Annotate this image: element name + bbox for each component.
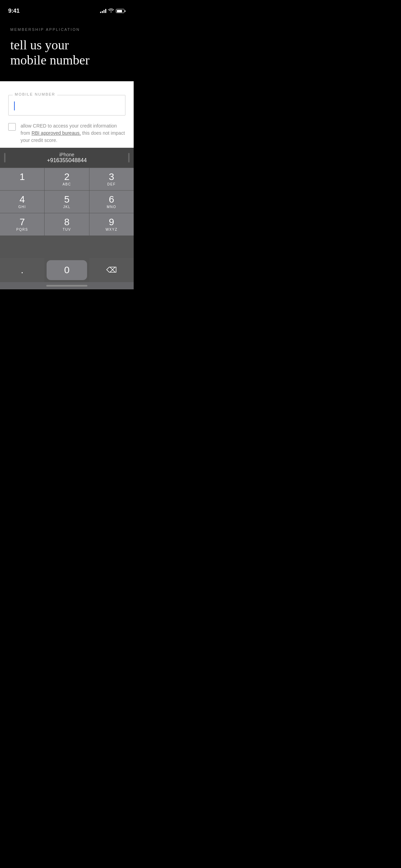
header-section: MEMBERSHIP APPLICATION tell us your mobi… (0, 17, 134, 81)
key-3[interactable]: 3 DEF (89, 168, 134, 190)
battery-icon (116, 9, 125, 13)
mobile-number-field[interactable]: MOBILE NUMBER (8, 95, 125, 116)
delete-icon: ⌫ (106, 266, 117, 275)
autofill-right-handle (128, 153, 130, 162)
key-zero[interactable]: 0 (47, 260, 87, 280)
home-bar (46, 285, 87, 287)
autofill-bar[interactable]: iPhone +916355048844 (0, 148, 134, 168)
key-delete[interactable]: ⌫ (89, 258, 134, 282)
key-2[interactable]: 2 ABC (45, 168, 89, 190)
wifi-icon (108, 8, 114, 14)
keyboard-grid: 1 2 ABC 3 DEF 4 GHI 5 JKL 6 MNO 7 PQRS 8 (0, 168, 134, 258)
key-8[interactable]: 8 TUV (45, 213, 89, 236)
autofill-number: +916355048844 (47, 157, 87, 164)
key-6[interactable]: 6 MNO (89, 191, 134, 213)
keyboard: iPhone +916355048844 1 2 ABC 3 DEF 4 GHI… (0, 148, 134, 289)
key-1[interactable]: 1 (0, 168, 44, 190)
status-bar: 9:41 (0, 0, 134, 17)
dot-symbol: . (21, 265, 24, 275)
rbi-link[interactable]: RBI approved bureaus. (32, 130, 81, 136)
status-time: 9:41 (8, 8, 20, 14)
status-icons (100, 8, 125, 14)
key-7[interactable]: 7 PQRS (0, 213, 44, 236)
key-9[interactable]: 9 WXYZ (89, 213, 134, 236)
signal-icon (100, 9, 106, 13)
section-label: MEMBERSHIP APPLICATION (10, 27, 123, 32)
main-title: tell us your mobile number (10, 38, 123, 68)
key-5[interactable]: 5 JKL (45, 191, 89, 213)
autofill-device: iPhone (47, 152, 87, 157)
input-label: MOBILE NUMBER (13, 92, 57, 96)
consent-checkbox[interactable] (8, 123, 16, 131)
key-dot[interactable]: . (0, 258, 44, 282)
consent-text: allow CRED to access your credit informa… (21, 122, 125, 144)
autofill-left-handle (4, 153, 5, 162)
home-indicator (0, 282, 134, 289)
cursor (14, 101, 120, 110)
keyboard-bottom-row: . 0 ⌫ (0, 258, 134, 282)
consent-row: allow CRED to access your credit informa… (8, 122, 125, 144)
zero-symbol: 0 (64, 265, 70, 275)
key-4[interactable]: 4 GHI (0, 191, 44, 213)
autofill-text: iPhone +916355048844 (47, 152, 87, 164)
